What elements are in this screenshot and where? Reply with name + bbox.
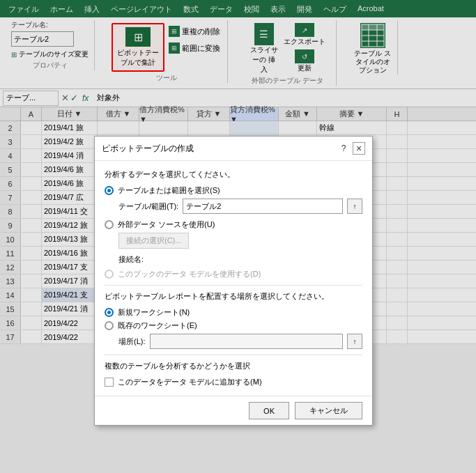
divider-2 [105,355,362,355]
conn-name-row: 接続名: [118,254,362,265]
divider-1 [105,285,362,286]
radio-table-range[interactable] [105,186,114,195]
dialog-title-bar: ピボットテーブルの作成 ? × [95,137,372,161]
dialog-overlay: ピボットテーブルの作成 ? × 分析するデータを選択してください。 テーブルまた… [0,0,476,473]
radio-row-3: このブックのデータ モデルを使用する(D) [105,269,362,279]
section2: ピボットテーブル レポートを配置する場所を選択してください。 新規ワークシート(… [105,291,362,349]
radio-new-sheet[interactable] [105,308,114,317]
dialog-help-button[interactable]: ? [337,142,350,155]
dialog-body: 分析するデータを選択してください。 テーブルまたは範囲を選択(S) テーブル/範… [95,161,372,396]
radio-row-4: 新規ワークシート(N) [105,307,362,318]
dialog-footer: OK キャンセル [95,396,372,425]
radio-new-sheet-label: 新規ワークシート(N) [118,307,190,318]
radio-external-source[interactable] [105,220,114,229]
checkbox-label: このデータをデータ モデルに追加する(M) [118,377,262,387]
section3-label: 複数のテーブルを分析するかどうかを選択 [105,361,362,371]
checkbox-row: このデータをデータ モデルに追加する(M) [105,377,362,387]
location-label: 場所(L): [118,336,146,347]
ok-button[interactable]: OK [249,402,289,419]
conn-button-section: 接続の選択(C)... [118,233,362,249]
section2-label: ピボットテーブル レポートを配置する場所を選択してください。 [105,291,362,302]
radio-row-5: 既存のワークシート(E) [105,320,362,331]
radio-row-2: 外部データ ソースを使用(U) [105,219,362,230]
location-row: 場所(L): ↑ [118,334,362,349]
location-input[interactable] [150,334,344,349]
dialog-title-buttons: ? × [337,142,365,155]
section3: 複数のテーブルを分析するかどうかを選択 このデータをデータ モデルに追加する(M… [105,361,362,387]
select-connection-button[interactable]: 接続の選択(C)... [118,233,189,249]
location-select-button[interactable]: ↑ [347,334,362,349]
radio-table-range-label: テーブルまたは範囲を選択(S) [118,185,220,196]
radio-data-model[interactable] [105,270,114,279]
radio-row-1: テーブルまたは範囲を選択(S) [105,185,362,196]
dialog-close-button[interactable]: × [353,142,365,155]
conn-name-label: 接続名: [118,254,144,265]
data-model-checkbox[interactable] [105,378,114,387]
section1-label: 分析するデータを選択してください。 [105,169,362,180]
radio-data-model-label: このブックのデータ モデルを使用する(D) [118,269,261,279]
radio-existing-sheet[interactable] [105,321,114,330]
table-range-input[interactable] [183,199,343,214]
table-range-label: テーブル/範囲(T): [118,201,178,212]
radio-group-1: テーブルまたは範囲を選択(S) テーブル/範囲(T): ↑ 外部データ ソースを… [105,185,362,279]
dialog-title: ピボットテーブルの作成 [102,143,194,155]
range-select-button[interactable]: ↑ [347,199,362,214]
table-range-row: テーブル/範囲(T): ↑ [118,199,362,214]
radio-existing-sheet-label: 既存のワークシート(E) [118,320,197,331]
cancel-button[interactable]: キャンセル [295,402,362,419]
radio-external-source-label: 外部データ ソースを使用(U) [118,219,215,230]
create-pivot-dialog: ピボットテーブルの作成 ? × 分析するデータを選択してください。 テーブルまた… [94,136,373,426]
